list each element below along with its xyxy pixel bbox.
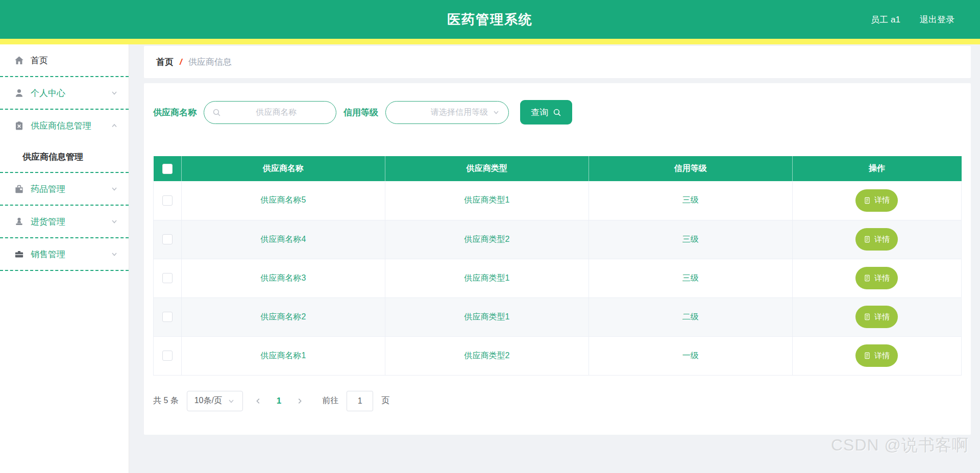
breadcrumb: 首页 / 供应商信息 [156,56,232,68]
breadcrumb-separator: / [180,57,182,67]
breadcrumb-home[interactable]: 首页 [156,56,174,68]
main-content: 首页 / 供应商信息 供应商名称 信用等级 请选择信用等级 [129,44,980,473]
app-title: 医药管理系统 [447,11,533,29]
cell-supplier-name: 供应商名称1 [182,336,385,375]
cell-credit-level: 三级 [589,181,792,220]
header-user-area: 员工 a1 退出登录 [871,14,980,26]
cell-credit-level: 二级 [589,297,792,336]
col-header-credit: 信用等级 [589,156,792,181]
cell-credit-level: 三级 [589,220,792,259]
sidebar-item-label: 销售管理 [31,248,104,260]
sidebar-item-label: 药品管理 [31,183,104,195]
sidebar-item-label: 个人中心 [31,87,104,99]
row-checkbox[interactable] [162,234,173,244]
pagination: 共 5 条 10条/页 1 前往 页 [153,391,962,411]
sidebar-item-sales-mgmt[interactable]: 销售管理 [0,238,129,270]
cell-credit-level: 三级 [589,259,792,297]
chevron-down-icon [227,397,235,405]
cell-supplier-type: 供应商类型2 [385,336,589,375]
medicine-box-icon [14,184,24,194]
document-icon [864,313,871,320]
csdn-watermark: CSDN @说书客啊 [831,434,969,457]
next-page-button[interactable] [292,394,307,408]
sidebar-item-profile[interactable]: 个人中心 [0,77,129,109]
stamp-icon [14,217,24,227]
document-icon [864,197,871,204]
detail-button-label: 详情 [874,195,890,205]
current-user-label: 员工 a1 [871,14,900,26]
supplier-name-label: 供应商名称 [153,107,197,118]
user-icon [14,88,24,98]
detail-button[interactable]: 详情 [855,189,898,212]
col-header-type: 供应商类型 [385,156,589,181]
chevron-down-icon [110,89,118,97]
credit-level-select[interactable]: 请选择信用等级 [385,101,509,124]
search-toolbar: 供应商名称 信用等级 请选择信用等级 查询 [153,100,962,125]
total-count-label: 共 5 条 [153,395,179,406]
credit-level-placeholder: 请选择信用等级 [394,107,488,118]
query-button[interactable]: 查询 [520,100,572,125]
detail-button[interactable]: 详情 [855,344,898,367]
chevron-down-icon [110,185,118,193]
col-header-name: 供应商名称 [182,156,385,181]
sidebar-item-medicine-mgmt[interactable]: 药品管理 [0,173,129,205]
row-checkbox[interactable] [162,351,173,361]
page-unit-label: 页 [381,395,389,406]
goto-label: 前往 [322,395,338,406]
detail-button[interactable]: 详情 [855,228,898,251]
cell-supplier-type: 供应商类型1 [385,297,589,336]
document-icon [864,352,871,359]
cell-supplier-type: 供应商类型1 [385,181,589,220]
document-icon [864,275,871,282]
table-row: 供应商名称2 供应商类型1 二级 详情 [154,297,962,336]
cell-supplier-type: 供应商类型2 [385,220,589,259]
supplier-table: 供应商名称 供应商类型 信用等级 操作 供应商名称5 供应商类型1 三级 详情 [153,156,962,376]
sidebar-subitem-supplier-info[interactable]: 供应商信息管理 [0,141,129,172]
cell-supplier-name: 供应商名称3 [182,259,385,297]
search-icon [212,108,221,117]
current-page-number[interactable]: 1 [274,396,284,406]
row-checkbox[interactable] [162,312,173,322]
supplier-panel: 供应商名称 信用等级 请选择信用等级 查询 [144,83,971,435]
detail-button[interactable]: 详情 [855,267,898,289]
detail-button-label: 详情 [874,273,890,283]
query-button-label: 查询 [531,107,548,118]
cell-supplier-name: 供应商名称2 [182,297,385,336]
supplier-name-input[interactable] [225,108,328,117]
credit-level-label: 信用等级 [344,107,378,118]
goto-page-input[interactable] [347,391,373,411]
cell-supplier-name: 供应商名称5 [182,181,385,220]
row-checkbox[interactable] [162,195,173,206]
sidebar-item-home[interactable]: 首页 [0,44,129,76]
document-icon [864,236,871,243]
table-row: 供应商名称1 供应商类型2 一级 详情 [154,336,962,375]
chevron-down-icon [110,217,118,226]
app-header: 医药管理系统 员工 a1 退出登录 [0,0,980,39]
cell-supplier-type: 供应商类型1 [385,259,589,297]
breadcrumb-current: 供应商信息 [188,56,232,68]
search-icon [553,108,561,117]
sidebar-item-label: 首页 [31,55,118,66]
page-size-value: 10条/页 [194,395,222,406]
table-row: 供应商名称5 供应商类型1 三级 详情 [154,181,962,220]
cell-credit-level: 一级 [589,336,792,375]
supplier-name-field[interactable] [204,101,336,124]
select-all-checkbox[interactable] [162,164,173,174]
sidebar-item-label: 供应商信息管理 [31,120,104,132]
sales-icon [14,250,24,259]
col-header-action: 操作 [792,156,961,181]
sidebar-subitem-label: 供应商信息管理 [22,151,83,163]
chevron-down-icon [492,108,500,116]
chevron-up-icon [110,121,118,130]
sidebar-item-label: 进货管理 [31,216,104,228]
detail-button-label: 详情 [874,312,890,322]
table-row: 供应商名称3 供应商类型1 三级 详情 [154,259,962,297]
home-icon [14,56,24,65]
sidebar-item-supplier-mgmt[interactable]: 供应商信息管理 [0,110,129,141]
row-checkbox[interactable] [162,273,173,283]
detail-button[interactable]: 详情 [855,306,898,328]
sidebar-item-purchase-mgmt[interactable]: 进货管理 [0,206,129,237]
prev-page-button[interactable] [251,394,265,408]
logout-link[interactable]: 退出登录 [920,14,954,26]
page-size-select[interactable]: 10条/页 [187,391,243,411]
